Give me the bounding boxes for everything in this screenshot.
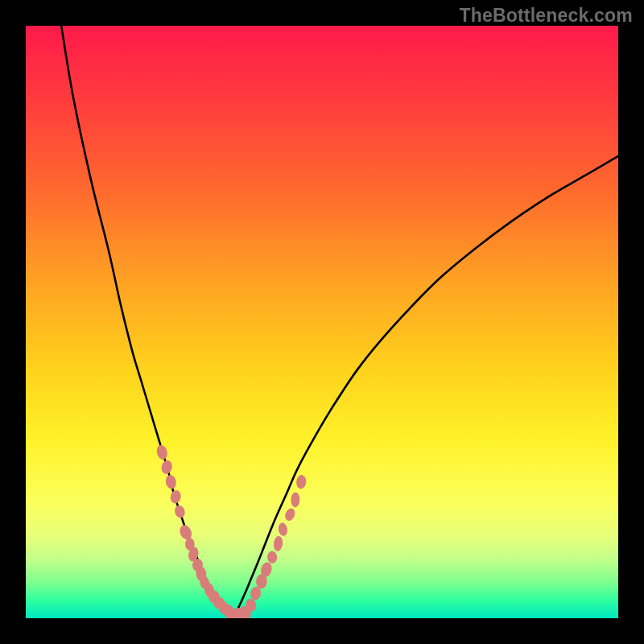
marker-dot	[173, 504, 186, 518]
marker-dot	[155, 444, 169, 460]
curve-left-curve	[61, 26, 233, 618]
plot-area	[26, 26, 618, 618]
marker-dot	[291, 492, 300, 507]
curve-layer	[26, 26, 618, 618]
watermark-text: TheBottleneck.com	[459, 5, 633, 27]
marker-dot	[283, 507, 297, 522]
marker-dot	[160, 459, 174, 475]
marker-dot	[278, 522, 289, 537]
marker-dot	[169, 489, 182, 505]
chart-frame: TheBottleneck.com	[0, 0, 644, 644]
marker-dot	[164, 474, 177, 490]
marker-dot	[273, 535, 284, 551]
curve-right-curve	[233, 156, 618, 618]
marker-dot	[295, 474, 307, 489]
marker-dot	[267, 551, 278, 564]
